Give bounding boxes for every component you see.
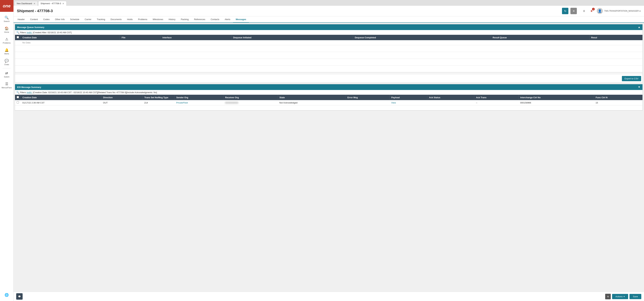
- export-to-csv-button[interactable]: Export to CSV: [622, 76, 641, 81]
- edi-col-ack-trans: Ack Trans: [474, 95, 518, 100]
- edi-cell-interchange-ctrl: 000158966: [518, 100, 594, 105]
- mq-no-data-row: No Data: [15, 40, 642, 45]
- footer-right: ⧉ Actions ▾ Save: [605, 294, 641, 299]
- tab-references[interactable]: References: [192, 16, 208, 23]
- mq-empty-row-1: [15, 45, 642, 52]
- browser-tab-neo-label: Neo Dashboard: [17, 2, 32, 5]
- message-queue-title: Message Queue Summary: [17, 26, 44, 28]
- filter-label: Filters: [20, 31, 26, 34]
- menu-icon-button[interactable]: ☰: [581, 8, 587, 14]
- refresh-button[interactable]: ↻: [562, 8, 568, 14]
- page-header: Shipment - 477708-3 ↻ ✕ ☰ ★ 1 👤 TMS.TRAN…: [14, 6, 644, 16]
- filter-text: [Created After: 02/16/21 10:43 AM CST]: [33, 31, 72, 34]
- edi-row-checkbox[interactable]: [17, 101, 19, 104]
- edi-cell-sender-org[interactable]: PrivateFleet: [174, 100, 224, 105]
- tab-tracking[interactable]: Tracking: [94, 16, 108, 23]
- close-button[interactable]: ✕: [570, 8, 577, 14]
- edi-table: Creation Date Direction Trans Set No/Msg…: [15, 95, 642, 110]
- star-button[interactable]: ★ 1: [588, 8, 595, 14]
- sidebar-item-chats[interactable]: 💬 Chats: [0, 57, 13, 68]
- edi-col-creation-date: Creation Date: [21, 95, 102, 100]
- alerts-icon: 🔔: [4, 48, 9, 52]
- mq-col-result: Resul: [589, 35, 642, 40]
- edi-cell-receiver-org: XXXXXXXXX: [224, 100, 278, 105]
- message-queue-filter-row: 🔍 Filters (edit): [Created After: 02/16/…: [15, 30, 642, 35]
- mq-col-file: File: [120, 35, 161, 40]
- tab-header[interactable]: Header: [15, 16, 28, 23]
- browser-tab-shipment[interactable]: Shipment - 477708-3 ✕: [38, 1, 66, 6]
- tab-content[interactable]: Content: [28, 16, 41, 23]
- mq-select-all-checkbox[interactable]: [17, 36, 19, 38]
- filter-edit-link[interactable]: (edit):: [26, 31, 32, 34]
- edi-cell-payload[interactable]: View: [390, 100, 427, 105]
- tab-history[interactable]: History: [166, 16, 178, 23]
- tab-packing[interactable]: Packing: [178, 16, 191, 23]
- tab-holds[interactable]: Holds: [124, 16, 135, 23]
- message-queue-table: Creation Date File Interface Dequeue Ini…: [15, 35, 642, 72]
- edi-col-direction: Direction: [102, 95, 142, 100]
- sidebar-item-switch-label: Switch: [4, 76, 9, 78]
- save-button[interactable]: Save: [630, 294, 641, 299]
- browser-tab-shipment-label: Shipment - 477708-3: [40, 2, 61, 5]
- filter-search-icon: 🔍: [16, 31, 19, 34]
- sidebar-item-menus-label: Menus/Favs: [2, 86, 12, 89]
- edi-select-all-checkbox[interactable]: [17, 96, 19, 98]
- edi-col-func-ctrl: Func Ctrl N: [594, 95, 642, 100]
- scroll-area: Message Queue Summary ▲ 🔍 Filters (edit)…: [14, 23, 644, 292]
- home-icon: 🏠: [4, 26, 9, 30]
- browser-tab-neo-dashboard[interactable]: Neo Dashboard ✕: [14, 1, 38, 6]
- edi-message-section: EDI Message Summary ▼ 🔍 Filters (edit): …: [15, 84, 643, 110]
- edi-cell-ack-status: [427, 100, 474, 105]
- sidebar-item-switch[interactable]: ⇄ Switch: [0, 69, 13, 80]
- edi-filter-search-icon: 🔍: [16, 91, 19, 94]
- sidebar-item-home-label: Home: [4, 31, 9, 33]
- edi-col-checkbox: [15, 95, 21, 100]
- actions-dropdown-arrow-icon: ▾: [624, 295, 625, 298]
- sidebar-item-problems[interactable]: ⚠ Problems: [0, 35, 13, 46]
- mq-col-dequeue-completed: Dequeue Completed: [353, 35, 491, 40]
- sidebar-item-globe[interactable]: 🌐: [0, 291, 13, 300]
- tab-documents[interactable]: Documents: [108, 16, 124, 23]
- sidebar-item-home[interactable]: 🏠 Home: [0, 24, 13, 35]
- section-collapse-icon[interactable]: ▲: [638, 26, 640, 29]
- mq-no-data-text: No Data: [21, 40, 120, 45]
- edi-table-scroll: Creation Date Direction Trans Set No/Msg…: [15, 95, 642, 110]
- tab-alerts[interactable]: Alerts: [222, 16, 233, 23]
- mq-col-dequeue-initiated: Dequeue Initiated: [231, 35, 353, 40]
- chat-fab-icon: 💬: [18, 295, 21, 298]
- sidebar-item-menus-favs[interactable]: ☰ Menus/Favs: [0, 80, 13, 91]
- edi-cell-func-ctrl: 15: [594, 100, 642, 105]
- edi-col-sender-org: Sender Org: [174, 95, 224, 100]
- browser-tab-shipment-close[interactable]: ✕: [62, 2, 64, 5]
- sidebar-item-search-label: Search: [4, 20, 10, 22]
- notification-badge: 1: [592, 8, 595, 10]
- sidebar-item-search[interactable]: 🔍 Search: [0, 14, 13, 24]
- tab-problems[interactable]: Problems: [135, 16, 150, 23]
- edi-filter-edit-link[interactable]: (edit):: [26, 91, 32, 94]
- sidebar-item-alerts-label: Alerts: [4, 53, 9, 55]
- tab-other-info[interactable]: Other Info: [52, 16, 68, 23]
- browser-tab-neo-close[interactable]: ✕: [34, 2, 36, 5]
- message-queue-hscroll[interactable]: [15, 72, 642, 74]
- sidebar-item-alerts[interactable]: 🔔 Alerts: [0, 46, 13, 57]
- tab-milestones[interactable]: Milestones: [150, 16, 166, 23]
- payload-view-link[interactable]: View: [391, 102, 396, 104]
- tab-carrier[interactable]: Carrier: [82, 16, 94, 23]
- user-role: TMS.TRANSPORTATION_MANAGER: [604, 10, 639, 12]
- user-dropdown[interactable]: TMS.TRANSPORTATION_MANAGER ▾: [604, 10, 640, 12]
- tab-schedule[interactable]: Schedule: [68, 16, 82, 23]
- copy-button[interactable]: ⧉: [605, 294, 611, 299]
- actions-button[interactable]: Actions ▾: [612, 294, 628, 299]
- chat-fab-button[interactable]: 💬: [16, 293, 22, 300]
- message-queue-section: Message Queue Summary ▲ 🔍 Filters (edit)…: [15, 24, 643, 83]
- tab-contacts[interactable]: Contacts: [208, 16, 222, 23]
- sender-org-link[interactable]: PrivateFleet: [176, 102, 188, 104]
- sidebar-item-chats-label: Chats: [4, 64, 9, 66]
- main-content: Neo Dashboard ✕ Shipment - 477708-3 ✕ Sh…: [14, 0, 644, 301]
- browser-tabs: Neo Dashboard ✕ Shipment - 477708-3 ✕: [14, 0, 644, 6]
- app-logo[interactable]: one: [0, 0, 14, 12]
- mq-col-result-queue: Result Queue: [491, 35, 590, 40]
- tab-messages[interactable]: Messages: [233, 16, 249, 23]
- tab-codes[interactable]: Codes: [40, 16, 52, 23]
- edi-section-collapse-icon[interactable]: ▼: [638, 86, 640, 89]
